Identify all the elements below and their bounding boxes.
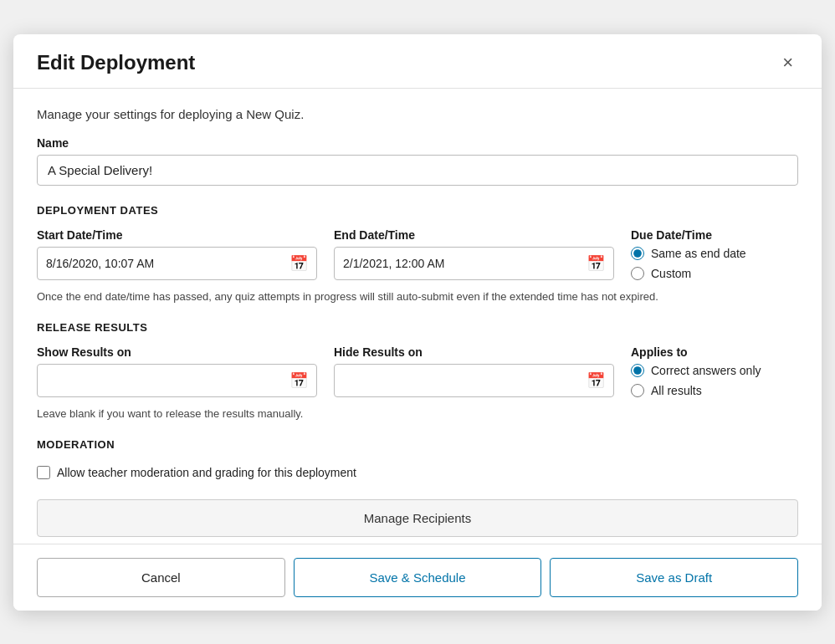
correct-answers-radio-label[interactable]: Correct answers only [631,364,798,377]
end-date-label: End Date/Time [334,228,614,242]
applies-to-label: Applies to [631,345,798,359]
correct-answers-radio[interactable] [631,364,644,377]
due-date-radio-group: Same as end date Custom [631,247,798,280]
save-draft-button[interactable]: Save as Draft [550,558,798,597]
hide-results-calendar-icon[interactable]: 📅 [587,371,605,390]
custom-radio[interactable] [631,267,644,280]
manage-recipients-button[interactable]: Manage Recipients [37,499,798,537]
hide-results-input[interactable] [343,374,583,387]
start-date-input[interactable] [46,257,286,270]
release-row: Show Results on 📅 Hide Results on 📅 Appl… [37,345,798,397]
cancel-button[interactable]: Cancel [37,558,285,597]
hide-results-col: Hide Results on 📅 [334,345,614,397]
start-date-label: Start Date/Time [37,228,317,242]
start-date-calendar-icon[interactable]: 📅 [289,254,308,273]
all-results-radio-label[interactable]: All results [631,384,798,397]
show-results-input[interactable] [46,374,286,387]
applies-to-col: Applies to Correct answers only All resu… [631,345,798,397]
end-date-col: End Date/Time 📅 [334,228,614,280]
end-date-calendar-icon[interactable]: 📅 [587,254,605,273]
same-as-end-radio[interactable] [631,247,644,260]
moderation-label-text: Allow teacher moderation and grading for… [57,466,356,479]
moderation-section-title: MODERATION [37,438,798,451]
end-date-input-wrap[interactable]: 📅 [334,247,614,280]
all-results-radio[interactable] [631,384,644,397]
name-label: Name [37,136,798,150]
hide-results-label: Hide Results on [334,345,614,359]
applies-to-radio-group: Correct answers only All results [631,364,798,397]
modal-header: Edit Deployment × [13,34,822,89]
moderation-row: Allow teacher moderation and grading for… [37,466,798,479]
due-date-col: Due Date/Time Same as end date Custom [631,228,798,280]
name-input[interactable] [37,155,798,186]
moderation-checkbox-label[interactable]: Allow teacher moderation and grading for… [37,466,798,479]
show-results-col: Show Results on 📅 [37,345,317,397]
show-results-calendar-icon[interactable]: 📅 [289,371,308,390]
deployment-info-text: Once the end date/time has passed, any q… [37,290,798,303]
modal-title: Edit Deployment [37,51,195,74]
hide-results-input-wrap[interactable]: 📅 [334,364,614,397]
release-results-section-title: RELEASE RESULTS [37,321,798,334]
deployment-dates-section-title: DEPLOYMENT DATES [37,204,798,217]
start-date-col: Start Date/Time 📅 [37,228,317,280]
all-results-label: All results [651,384,702,397]
same-as-end-radio-label[interactable]: Same as end date [631,247,798,260]
start-date-input-wrap[interactable]: 📅 [37,247,317,280]
show-results-label: Show Results on [37,345,317,359]
show-results-input-wrap[interactable]: 📅 [37,364,317,397]
custom-radio-label[interactable]: Custom [631,267,798,280]
save-schedule-button[interactable]: Save & Schedule [294,558,542,597]
close-button[interactable]: × [777,52,798,74]
moderation-checkbox[interactable] [37,466,50,479]
release-info-text: Leave blank if you want to release the r… [37,407,798,420]
modal-subtitle: Manage your settings for deploying a New… [37,107,798,121]
dates-row: Start Date/Time 📅 End Date/Time 📅 Due Da… [37,228,798,280]
same-as-end-label: Same as end date [651,247,746,260]
due-date-label: Due Date/Time [631,228,798,242]
correct-answers-label: Correct answers only [651,364,761,377]
end-date-input[interactable] [343,257,583,270]
custom-label: Custom [651,267,691,280]
modal-body: Manage your settings for deploying a New… [13,89,822,544]
modal-footer: Cancel Save & Schedule Save as Draft [13,544,822,611]
edit-deployment-modal: Edit Deployment × Manage your settings f… [13,34,822,611]
